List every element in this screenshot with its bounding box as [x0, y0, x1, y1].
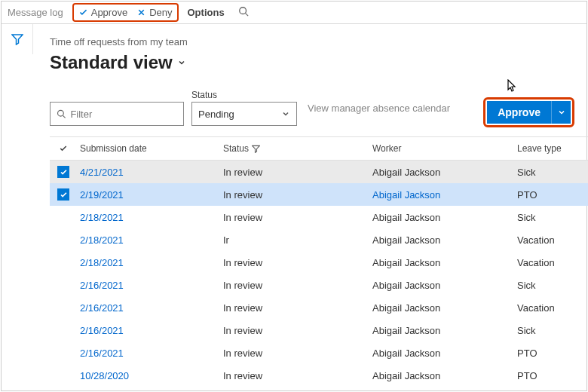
filter-panel-toggle[interactable]: [2, 24, 33, 54]
select-all-checkbox[interactable]: [58, 143, 69, 154]
cell-worker[interactable]: Abigail Jackson: [372, 189, 517, 201]
funnel-icon: [11, 33, 23, 45]
cell-leave: Sick: [517, 212, 588, 223]
view-title[interactable]: Standard view: [50, 52, 586, 73]
table-row[interactable]: 2/16/2021In reviewAbigail JacksonPTO: [50, 341, 588, 364]
deny-label: Deny: [149, 7, 172, 18]
table-row[interactable]: 7/15/2020In reviewAbigail JacksonBereave…: [50, 387, 588, 392]
cell-status: In review: [223, 167, 372, 178]
cell-worker[interactable]: Abigail Jackson: [372, 325, 517, 336]
svg-point-1: [58, 110, 64, 116]
x-icon: [136, 8, 146, 17]
page-subtitle: Time off requests from my team: [50, 36, 586, 47]
cell-status: In review: [223, 302, 372, 314]
status-label: Status: [191, 90, 297, 100]
cell-date[interactable]: 10/28/2020: [77, 370, 223, 381]
approve-button[interactable]: Approve: [487, 101, 551, 124]
cell-status: In review: [223, 325, 372, 336]
cell-status: In review: [223, 257, 372, 268]
svg-point-0: [239, 8, 246, 14]
approve-button-group: Approve: [483, 97, 574, 127]
table-row[interactable]: 2/19/2021In reviewAbigail JacksonPTO: [50, 183, 588, 206]
table-header: Submission date Status Worker Leave type: [50, 136, 588, 161]
cell-leave: Sick: [517, 167, 588, 178]
cell-leave: Sick: [517, 325, 588, 336]
table-row[interactable]: 2/16/2021In reviewAbigail JacksonSick: [50, 319, 588, 341]
col-worker[interactable]: Worker: [372, 143, 517, 154]
cell-date[interactable]: 2/18/2021: [77, 212, 223, 223]
cell-date[interactable]: 4/21/2021: [77, 167, 223, 178]
cell-leave: PTO: [517, 370, 588, 381]
magnifier-icon: [57, 109, 66, 119]
cell-worker[interactable]: Abigail Jackson: [372, 234, 517, 246]
chevron-down-icon: [177, 58, 186, 67]
table-row[interactable]: 2/18/2021In reviewAbigail JacksonSick: [50, 206, 588, 228]
cell-date[interactable]: 2/18/2021: [77, 257, 223, 268]
approve-deny-group: Approve Deny: [72, 3, 179, 22]
command-bar: Message log Approve Deny Options: [2, 2, 586, 24]
cell-worker[interactable]: Abigail Jackson: [372, 257, 517, 268]
row-checkbox[interactable]: [57, 188, 69, 201]
view-title-text: Standard view: [50, 52, 173, 73]
cell-leave: Vacation: [517, 234, 588, 246]
table-row[interactable]: 2/16/2021In reviewAbigail JacksonVacatio…: [50, 296, 588, 319]
cell-worker[interactable]: Abigail Jackson: [372, 212, 517, 223]
funnel-icon: [252, 145, 260, 153]
cell-date[interactable]: 2/16/2021: [77, 302, 223, 314]
status-value: Pending: [198, 109, 234, 120]
approve-dropdown[interactable]: [551, 101, 571, 124]
options-menu[interactable]: Options: [188, 7, 225, 18]
cell-leave: PTO: [517, 348, 588, 359]
cell-date[interactable]: 2/16/2021: [77, 325, 223, 336]
cell-leave: Vacation: [517, 302, 588, 314]
filter-input[interactable]: [70, 109, 177, 120]
cell-status: In review: [223, 280, 372, 291]
message-log-link[interactable]: Message log: [8, 7, 63, 18]
table-row[interactable]: 4/21/2021In reviewAbigail JacksonSick: [50, 161, 588, 183]
approve-action[interactable]: Approve: [78, 7, 127, 18]
table-row[interactable]: 2/18/2021IrAbigail JacksonVacation: [50, 228, 588, 251]
deny-action[interactable]: Deny: [136, 7, 172, 18]
cell-date[interactable]: 2/16/2021: [77, 280, 223, 291]
cell-status: In review: [223, 348, 372, 359]
cell-date[interactable]: 2/16/2021: [77, 348, 223, 359]
approve-label: Approve: [91, 7, 127, 18]
cell-status: Ir: [223, 234, 372, 246]
cell-status: In review: [223, 212, 372, 223]
table-row[interactable]: 10/28/2020In reviewAbigail JacksonPTO: [50, 364, 588, 387]
cell-status: In review: [223, 189, 372, 201]
cell-worker[interactable]: Abigail Jackson: [372, 370, 517, 381]
search-icon[interactable]: [238, 6, 249, 19]
cell-worker[interactable]: Abigail Jackson: [372, 167, 517, 178]
row-checkbox[interactable]: [57, 166, 69, 178]
cell-date[interactable]: 2/19/2021: [77, 189, 223, 201]
status-select[interactable]: Pending: [191, 102, 297, 126]
col-submission-date[interactable]: Submission date: [77, 143, 223, 154]
table-row[interactable]: 2/16/2021In reviewAbigail JacksonSick: [50, 274, 588, 296]
filter-input-wrap[interactable]: [50, 102, 184, 126]
cell-worker[interactable]: Abigail Jackson: [372, 302, 517, 314]
check-icon: [78, 8, 88, 17]
col-status[interactable]: Status: [223, 143, 372, 154]
cell-leave: PTO: [517, 189, 588, 201]
chevron-down-icon: [557, 108, 566, 117]
cell-leave: Sick: [517, 280, 588, 291]
chevron-down-icon: [281, 109, 290, 118]
cell-date[interactable]: 2/18/2021: [77, 234, 223, 246]
table-row[interactable]: 2/18/2021In reviewAbigail JacksonVacatio…: [50, 251, 588, 274]
cell-worker[interactable]: Abigail Jackson: [372, 280, 517, 291]
requests-table: Submission date Status Worker Leave type…: [50, 136, 588, 392]
cell-worker[interactable]: Abigail Jackson: [372, 348, 517, 359]
cell-leave: Vacation: [517, 257, 588, 268]
cell-status: In review: [223, 370, 372, 381]
col-leave-type[interactable]: Leave type: [517, 143, 588, 154]
manager-calendar-link[interactable]: View manager absence calendar: [308, 103, 450, 114]
